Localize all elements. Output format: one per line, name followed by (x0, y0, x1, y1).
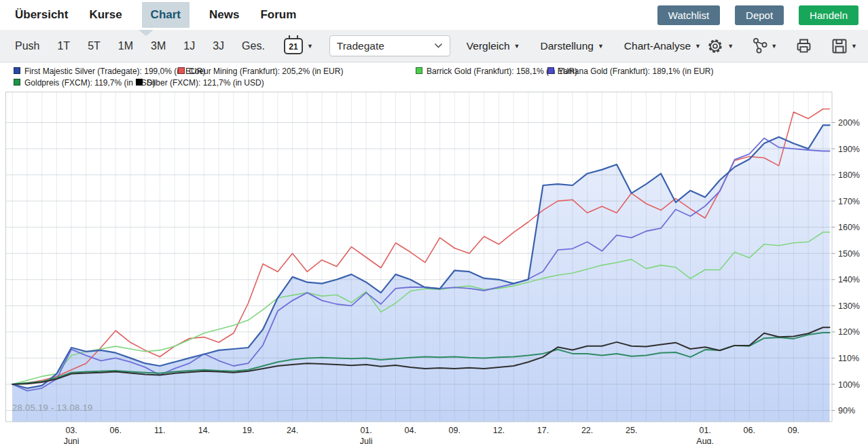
range-1m[interactable]: 1M (118, 40, 133, 52)
venue-select[interactable]: Tradegate (329, 35, 450, 56)
menu-label: Chart-Analyse (624, 40, 691, 52)
depot-button[interactable]: Depot (735, 5, 784, 25)
x-axis-tick-label: 03. (65, 426, 77, 435)
x-axis-tick-label: 12. (493, 426, 505, 435)
range-push[interactable]: Push (15, 40, 39, 52)
tab-news[interactable]: News (208, 2, 240, 28)
menu-vergleich[interactable]: Vergleich▼ (467, 40, 520, 52)
x-axis-tick-label: 19. (242, 426, 254, 435)
y-axis-tick-label: 200% (838, 118, 860, 128)
legend-label: Silber (FXCM): 121,7% (in USD) (147, 78, 264, 88)
x-axis-tick-label: 25. (626, 426, 637, 435)
tool-icons: ▼ ▼ (706, 37, 857, 55)
menu-darstellung[interactable]: Darstellung▼ (541, 40, 604, 52)
range-5t[interactable]: 5T (88, 40, 101, 52)
legend-color-swatch (14, 67, 20, 74)
y-axis-tick-label: 160% (838, 223, 860, 232)
legend-item-silber-fxcm[interactable]: Silber (FXCM): 121,7% (in USD) (136, 78, 264, 88)
chevron-down-icon: ▼ (695, 43, 701, 50)
x-axis-tick-label: 24. (287, 426, 298, 435)
app-root: ÜbersichtKurseChartNewsForum WatchlistDe… (0, 0, 868, 444)
legend-color-swatch (178, 67, 185, 74)
share-icon (751, 37, 768, 54)
range-3m[interactable]: 3M (151, 40, 166, 52)
x-axis-tick-label: 01. (360, 426, 372, 435)
price-chart-canvas[interactable]: 200%190%180%170%160%150%140%130%120%110%… (0, 92, 868, 422)
x-axis-tick-label: 11. (154, 426, 165, 435)
x-axis-month-label: Juli (360, 437, 373, 444)
handeln-button[interactable]: Handeln (799, 5, 858, 25)
menu-label: Vergleich (467, 40, 510, 52)
y-axis-tick-label: 90% (838, 406, 855, 415)
nav-tabs: ÜbersichtKurseChartNewsForum (14, 2, 297, 28)
x-axis-tick-label: 06. (744, 426, 755, 435)
active-tab-notch (139, 30, 153, 36)
print-button[interactable] (795, 37, 813, 54)
x-axis-month-label: Aug. (696, 437, 714, 444)
x-axis-tick-label: 01. (699, 426, 710, 435)
watchlist-button[interactable]: Watchlist (657, 5, 720, 25)
chart-toolbar: Push1T5T1M3M1J3JGes. 21 ▼ Tradegate Verg… (0, 30, 868, 62)
legend-color-swatch (136, 79, 143, 86)
y-axis-tick-label: 110% (838, 354, 859, 363)
chevron-down-icon: ▼ (598, 43, 604, 50)
legend-item-goldpreis-fxcm[interactable]: Goldpreis (FXCM): 119,7% (in USD) (14, 78, 156, 88)
x-axis-tick-label: 17. (537, 426, 549, 435)
y-axis-tick-label: 140% (838, 275, 860, 284)
x-axis-tick-label: 09. (449, 426, 460, 435)
date-range-picker[interactable]: 21 ▼ (284, 38, 313, 54)
legend-label: Yamana Gold (Frankfurt): 189,1% (in EUR) (558, 67, 714, 76)
range-3j[interactable]: 3J (213, 40, 224, 52)
range-1j[interactable]: 1J (183, 40, 195, 52)
print-icon (795, 37, 813, 54)
x-axis-tick-label: 04. (404, 426, 416, 435)
legend-color-swatch (416, 67, 422, 74)
tab-forum[interactable]: Forum (259, 2, 297, 28)
y-axis-tick-label: 170% (838, 197, 860, 206)
legend-color-swatch (547, 67, 554, 74)
export-button[interactable]: ▼ (831, 37, 857, 55)
x-axis-tick-label: 06. (109, 426, 121, 435)
tab-kurse[interactable]: Kurse (88, 2, 123, 28)
y-axis-tick-label: 150% (838, 249, 860, 259)
chart-legend: First Majestic Silver (Tradegate): 199,0… (0, 62, 868, 92)
tab-chart[interactable]: Chart (142, 2, 189, 28)
range-1t[interactable]: 1T (57, 40, 70, 52)
chart-area: 200%190%180%170%160%150%140%130%120%110%… (0, 92, 868, 444)
x-axis-tick-label: 09. (788, 426, 799, 435)
range-ges[interactable]: Ges. (242, 40, 265, 52)
y-axis-tick-label: 180% (838, 170, 860, 180)
x-axis-tick-label: 22. (581, 426, 593, 435)
top-nav: ÜbersichtKurseChartNewsForum WatchlistDe… (0, 0, 868, 30)
chevron-down-icon: ▼ (307, 43, 313, 50)
chevron-down-icon: ▼ (851, 43, 857, 50)
chevron-down-icon (434, 43, 443, 49)
menu-chart-analyse[interactable]: Chart-Analyse▼ (624, 40, 701, 52)
calendar-icon: 21 (284, 38, 303, 54)
y-axis-tick-label: 130% (838, 301, 860, 311)
venue-select-value: Tradegate (337, 40, 384, 52)
x-axis-month-label: Juni (64, 437, 79, 444)
menu-label: Darstellung (541, 40, 594, 52)
legend-item-coeur-mining-frankfurt[interactable]: Coeur Mining (Frankfurt): 205,2% (in EUR… (178, 67, 343, 76)
legend-color-swatch (14, 79, 20, 86)
save-icon (831, 37, 848, 55)
legend-label: Coeur Mining (Frankfurt): 205,2% (in EUR… (189, 67, 343, 76)
legend-item-yamana-gold-frankfurt[interactable]: Yamana Gold (Frankfurt): 189,1% (in EUR) (547, 67, 714, 76)
y-axis-tick-label: 190% (838, 145, 860, 154)
chevron-down-icon: ▼ (771, 43, 777, 50)
gear-icon (706, 37, 725, 55)
y-axis-tick-label: 100% (838, 380, 860, 390)
tab-übersicht[interactable]: Übersicht (14, 2, 69, 28)
x-axis-tick-label: 14. (198, 426, 210, 435)
y-axis-tick-label: 120% (838, 327, 860, 337)
range-buttons: Push1T5T1M3M1J3JGes. (15, 40, 265, 52)
legend-item-first-majestic-silver-tradegate[interactable]: First Majestic Silver (Tradegate): 199,0… (14, 67, 205, 76)
date-range-watermark: 28.05.19 - 13.08.19 (12, 403, 92, 413)
dropdown-menus: Vergleich▼Darstellung▼Chart-Analyse▼ (467, 40, 701, 52)
chevron-down-icon: ▼ (727, 43, 734, 50)
chevron-down-icon: ▼ (514, 43, 520, 50)
share-button[interactable]: ▼ (751, 37, 777, 54)
nav-buttons: WatchlistDepotHandeln (657, 5, 858, 25)
chart-settings-button[interactable]: ▼ (706, 37, 734, 55)
